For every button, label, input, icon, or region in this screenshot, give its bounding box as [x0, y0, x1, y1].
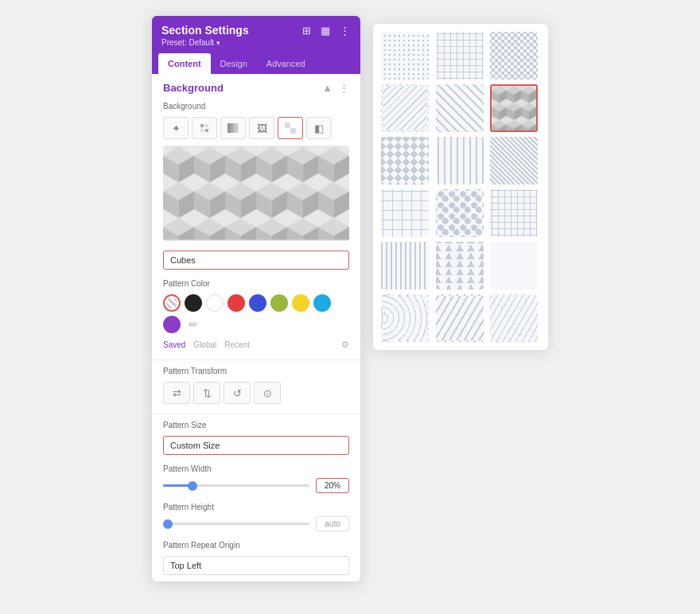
fullscreen-icon[interactable]: ⊞	[300, 24, 313, 37]
pattern-color-label: Pattern Color	[152, 276, 360, 291]
pattern-lines-diag[interactable]	[381, 84, 429, 132]
background-field-label: Background	[152, 99, 360, 114]
pattern-stripes[interactable]	[436, 137, 484, 185]
pattern-width-value[interactable]: 20%	[316, 478, 349, 493]
pattern-cross[interactable]	[436, 32, 484, 80]
pattern-height-value[interactable]: auto	[316, 516, 349, 531]
bg-type-color[interactable]	[192, 117, 217, 139]
pattern-flower[interactable]	[436, 189, 484, 237]
transform-row: ⇄ ⇅ ↺ ⊙	[152, 379, 360, 410]
svg-rect-14	[492, 86, 536, 130]
rotate-btn[interactable]: ↺	[224, 382, 251, 404]
swatch-red[interactable]	[228, 294, 245, 312]
pattern-height-thumb[interactable]	[163, 519, 173, 529]
pattern-size-select[interactable]: Custom Size Default Exact	[163, 436, 349, 455]
collapse-icon[interactable]: ▲	[322, 82, 332, 94]
pattern-select[interactable]: Cubes None Dots Lines Checkerboard	[163, 251, 349, 270]
pattern-size-row: Custom Size Default Exact	[152, 433, 360, 461]
pattern-chevron[interactable]	[436, 294, 484, 342]
swatch-white[interactable]	[206, 294, 224, 312]
swatch-green[interactable]	[270, 294, 288, 312]
swatch-yellow[interactable]	[292, 294, 309, 312]
pattern-width-track[interactable]	[163, 484, 309, 487]
bg-type-row: ✦ 🖼 ◧	[152, 114, 360, 146]
divider-2	[152, 414, 360, 414]
pattern-waves[interactable]	[381, 294, 429, 342]
tab-design[interactable]: Design	[211, 53, 257, 74]
svg-rect-4	[290, 128, 296, 134]
panel-header: Section Settings ⊞ ▦ ⋮ Preset: Default	[152, 16, 360, 53]
pattern-origin-label: Pattern Repeat Origin	[152, 538, 360, 553]
swatch-pattern[interactable]	[163, 294, 181, 312]
pattern-height-label: Pattern Height	[152, 499, 360, 515]
swatch-black[interactable]	[185, 294, 202, 312]
pattern-lines-diag2[interactable]	[436, 84, 484, 132]
pattern-wavy[interactable]	[490, 294, 538, 342]
pattern-height-track[interactable]	[163, 523, 309, 525]
pattern-width-label: Pattern Width	[152, 461, 360, 476]
section-more-icon[interactable]: ⋮	[339, 82, 349, 94]
color-swatches: ✏	[152, 291, 360, 338]
bg-type-gradient[interactable]	[220, 117, 246, 139]
pattern-preview	[163, 146, 349, 241]
divider-1	[152, 359, 360, 360]
bg-type-pattern[interactable]	[278, 117, 303, 139]
pattern-blank[interactable]	[490, 242, 538, 290]
preset-selector[interactable]: Preset: Default	[161, 38, 351, 47]
pattern-xpattern[interactable]	[490, 137, 538, 185]
saved-global-row: Saved Global Recent ⚙	[152, 338, 360, 356]
swatch-pencil[interactable]: ✏	[185, 316, 202, 333]
background-section-header: Background ▲ ⋮	[152, 74, 360, 99]
panel-header-icons: ⊞ ▦ ⋮	[300, 24, 351, 37]
pattern-grid-panel	[373, 24, 548, 350]
tab-advanced[interactable]: Advanced	[257, 53, 315, 74]
color-settings-icon[interactable]: ⚙	[341, 340, 349, 350]
columns-icon[interactable]: ▦	[319, 24, 332, 37]
reset-btn[interactable]: ⊙	[254, 382, 281, 404]
svg-rect-3	[285, 122, 290, 128]
pattern-vertical-lines[interactable]	[381, 242, 429, 290]
pattern-zigzag[interactable]	[381, 137, 429, 185]
more-icon[interactable]: ⋮	[338, 24, 351, 37]
pattern-transform-label: Pattern Transform	[152, 363, 360, 379]
pattern-width-thumb[interactable]	[188, 481, 197, 491]
swatch-lightblue[interactable]	[313, 294, 331, 312]
pattern-grid-lines[interactable]	[381, 189, 429, 237]
section-settings-panel: Section Settings ⊞ ▦ ⋮ Preset: Default C…	[152, 16, 360, 581]
pattern-width-slider-row: 20%	[152, 476, 360, 499]
bg-type-image[interactable]: 🖼	[249, 117, 274, 139]
global-tab[interactable]: Global	[193, 340, 216, 349]
panel-tabs: Content Design Advanced	[152, 53, 360, 74]
recent-tab[interactable]: Recent	[224, 340, 250, 349]
panel-body: Background ▲ ⋮ Background ✦ 🖼	[152, 74, 360, 581]
panel-title: Section Settings	[161, 24, 249, 37]
pattern-triangles[interactable]	[436, 242, 484, 290]
pattern-origin-row: Top Left Top Center Top Right Center Bot…	[152, 553, 360, 581]
pattern-height-slider-row: auto	[152, 515, 360, 538]
section-header-icons: ▲ ⋮	[322, 82, 349, 94]
tab-content[interactable]: Content	[158, 53, 211, 74]
bg-type-mask[interactable]: ◧	[306, 117, 332, 139]
swatch-purple[interactable]	[163, 316, 181, 333]
bg-type-none[interactable]: ✦	[163, 117, 189, 139]
saved-tab[interactable]: Saved	[163, 340, 185, 349]
pattern-dots[interactable]	[381, 32, 429, 80]
svg-rect-1	[228, 123, 239, 133]
pattern-vine[interactable]	[490, 189, 538, 237]
pattern-checkerboard[interactable]	[490, 32, 538, 80]
background-title: Background	[163, 82, 224, 94]
pattern-size-label: Pattern Size	[152, 418, 360, 433]
pattern-cubes[interactable]	[490, 84, 538, 132]
flip-v-btn[interactable]: ⇅	[193, 382, 220, 404]
pattern-select-row: Cubes None Dots Lines Checkerboard	[152, 247, 360, 276]
pattern-origin-select[interactable]: Top Left Top Center Top Right Center Bot…	[163, 556, 349, 575]
svg-rect-9	[163, 147, 349, 240]
swatch-blue[interactable]	[249, 294, 266, 312]
flip-h-btn[interactable]: ⇄	[163, 382, 190, 404]
